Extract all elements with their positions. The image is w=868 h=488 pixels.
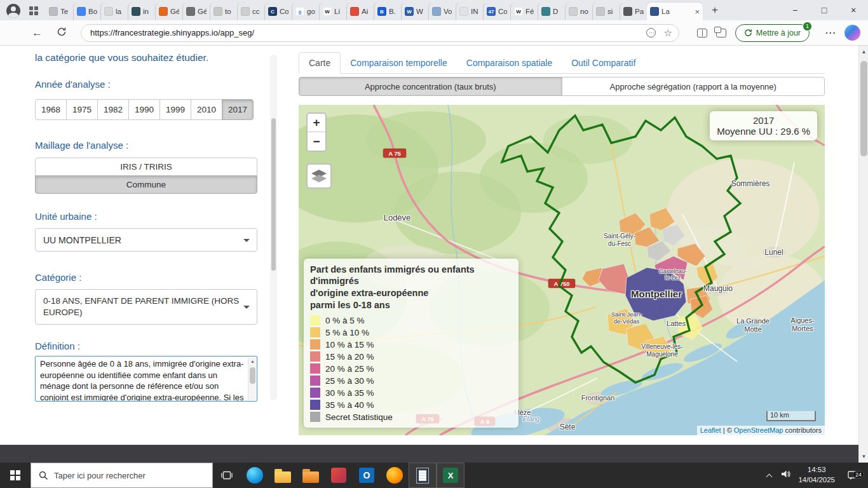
uu-dropdown[interactable]: UU MONTPELLIER: [35, 228, 257, 252]
maillage-button-iris-triris[interactable]: IRIS / TRIRIS: [35, 158, 257, 176]
year-button-1999[interactable]: 1999: [159, 99, 191, 120]
browser-tab[interactable]: BB.: [374, 3, 401, 20]
legend-swatch: [310, 351, 320, 362]
browser-tab[interactable]: si: [592, 3, 620, 20]
browser-tab[interactable]: IN: [456, 3, 483, 20]
browser-tab[interactable]: Pa: [620, 3, 647, 20]
notification-center-button[interactable]: 24: [843, 470, 864, 480]
site-permissions-icon[interactable]: ⋯: [646, 28, 656, 37]
browser-tab[interactable]: CCo: [264, 3, 292, 20]
approach-subtab-1[interactable]: Approche ségrégation (rapport à la moyen…: [562, 77, 825, 96]
browser-tab[interactable]: La×: [647, 3, 703, 20]
url-bar[interactable]: https://francestrategie.shinyapps.io/app…: [81, 24, 679, 42]
collections-icon[interactable]: [716, 29, 726, 37]
taskbar-clock[interactable]: 14:53 14/04/2025: [798, 465, 835, 485]
browser-tab[interactable]: cc: [237, 3, 264, 20]
browser-tab[interactable]: ggo: [292, 3, 319, 20]
browser-tab[interactable]: WW: [401, 3, 428, 20]
refresh-icon[interactable]: [57, 27, 67, 39]
browser-tab[interactable]: Gé: [182, 3, 210, 20]
leaflet-map[interactable]: A 75 A 750 A 75 A 9: [299, 105, 825, 435]
outlook-icon[interactable]: O: [353, 463, 381, 488]
scroll-up-icon[interactable]: ▲: [248, 358, 257, 364]
textarea-scrollbar[interactable]: ▲: [248, 357, 256, 400]
window-maximize-button[interactable]: □: [810, 0, 839, 20]
year-button-1968[interactable]: 1968: [35, 99, 67, 120]
browser-tab[interactable]: in: [128, 3, 155, 20]
task-view-button[interactable]: [213, 463, 241, 488]
legend-item: 25 % à 30 %: [310, 376, 512, 386]
start-button[interactable]: [0, 463, 31, 488]
tab-favicon: [77, 7, 86, 16]
year-button-1990[interactable]: 1990: [128, 99, 160, 120]
workspaces-icon[interactable]: [29, 6, 38, 15]
year-button-2010[interactable]: 2010: [191, 99, 222, 120]
volume-icon[interactable]: [780, 469, 790, 482]
leaflet-link[interactable]: Leaflet: [700, 426, 721, 434]
browser-tab[interactable]: WLi: [319, 3, 346, 20]
browser-tab[interactable]: Bo: [73, 3, 100, 20]
categorie-dropdown[interactable]: 0-18 ANS, ENFANT DE PARENT IMMIGRE (HORS…: [35, 289, 257, 325]
search-placeholder: Taper ici pour rechercher: [54, 471, 146, 480]
browser-tab[interactable]: la: [100, 3, 128, 20]
osm-link[interactable]: OpenStreetMap: [734, 426, 783, 434]
map-label-lunel: Lunel: [764, 248, 783, 257]
tab-title: Gé: [198, 8, 207, 15]
favorite-star-icon[interactable]: ☆: [663, 28, 672, 37]
approach-subtab-0[interactable]: Approche concentration (taux bruts): [299, 77, 562, 96]
tab-title: Ai: [362, 8, 368, 15]
window-minimize-button[interactable]: −: [780, 0, 810, 20]
window-close-button[interactable]: ×: [839, 0, 868, 20]
excel-icon[interactable]: X: [437, 463, 465, 488]
tab-title: Co: [280, 8, 288, 15]
zoom-out-button[interactable]: −: [308, 132, 325, 151]
edge-icon[interactable]: [241, 463, 269, 488]
map-label-aigues-mortes: Aigues-Mortes: [790, 316, 814, 332]
tab-carte[interactable]: Carte: [299, 52, 341, 74]
tab-favicon: W: [323, 7, 332, 16]
tab-comparaison-temporelle[interactable]: Comparaison temporelle: [341, 53, 457, 73]
firefox-icon[interactable]: [381, 463, 409, 488]
scroll-up-icon[interactable]: ▲: [859, 47, 868, 57]
scroll-down-icon[interactable]: ▼: [859, 452, 868, 461]
layers-control[interactable]: [306, 163, 332, 189]
browser-tab[interactable]: Te: [46, 3, 73, 20]
definition-textarea[interactable]: Personne âgée de 0 à 18 ans, immigrée d'…: [35, 356, 257, 402]
browser-tab[interactable]: 47Co: [483, 3, 510, 20]
tab-title: Vo: [444, 8, 452, 15]
copilot-icon[interactable]: [844, 25, 860, 41]
browser-menu-icon[interactable]: ⋯: [825, 26, 836, 39]
browser-profile-icon[interactable]: [6, 4, 20, 18]
excel-document-icon[interactable]: [409, 463, 437, 488]
browser-tab[interactable]: no: [565, 3, 592, 20]
sidebar-scrollbar[interactable]: [270, 55, 277, 400]
zoom-in-button[interactable]: +: [308, 114, 325, 132]
tab-outil-comparatif[interactable]: Outil Comparatif: [562, 53, 645, 73]
browser-tab[interactable]: WFé: [510, 3, 538, 20]
browser-tab[interactable]: to: [210, 3, 237, 20]
browser-tab[interactable]: Gé: [155, 3, 182, 20]
tab-close-icon[interactable]: ×: [695, 7, 700, 17]
page-scrollbar[interactable]: ▲ ▼: [858, 46, 868, 463]
year-button-1982[interactable]: 1982: [97, 99, 129, 120]
new-tab-button[interactable]: +: [707, 2, 723, 18]
tab-comparaison-spatiale[interactable]: Comparaison spatiale: [457, 53, 562, 73]
maillage-button-commune[interactable]: Commune: [35, 175, 257, 194]
taskbar-search[interactable]: Taper ici pour rechercher: [31, 463, 213, 488]
hidden-icons-chevron[interactable]: [766, 473, 773, 480]
back-icon[interactable]: ←: [32, 27, 43, 38]
update-button[interactable]: Mettre à jour 1: [735, 24, 810, 42]
browser-tab[interactable]: Vo: [428, 3, 456, 20]
tab-favicon: [159, 7, 168, 16]
year-button-1975[interactable]: 1975: [66, 99, 98, 120]
split-screen-icon[interactable]: [697, 29, 707, 37]
year-button-2017[interactable]: 2017: [222, 99, 254, 120]
store-icon[interactable]: [325, 463, 353, 488]
legend-item: 0 % à 5 %: [310, 315, 512, 325]
browser-tab[interactable]: D: [538, 3, 565, 20]
browser-tab[interactable]: Ai: [346, 3, 374, 20]
documents-folder-icon[interactable]: [297, 463, 325, 488]
url-text[interactable]: https://francestrategie.shinyapps.io/app…: [90, 28, 639, 37]
file-explorer-icon[interactable]: [269, 463, 297, 488]
browser-navbar: ← https://francestrategie.shinyapps.io/a…: [0, 20, 868, 46]
